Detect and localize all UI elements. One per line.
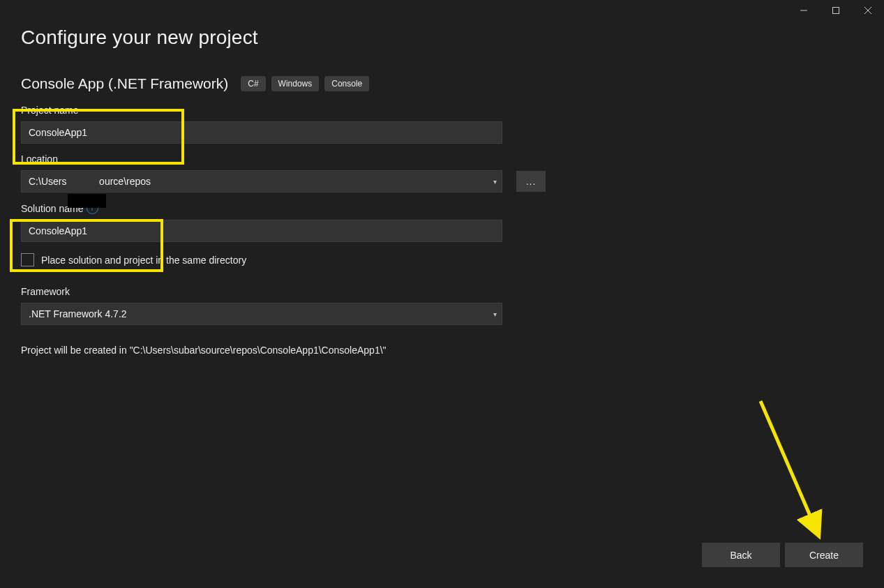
framework-input[interactable] [21, 303, 502, 325]
tag-windows: Windows [271, 76, 320, 91]
minimize-button[interactable] [788, 0, 820, 21]
minimize-icon [800, 7, 807, 14]
maximize-button[interactable] [820, 0, 852, 21]
page-title: Configure your new project [21, 27, 863, 49]
titlebar [0, 0, 884, 21]
location-combo[interactable]: ▾ [21, 170, 502, 193]
project-path-summary: Project will be created in "C:\Users\sub… [21, 345, 863, 356]
form-area: Project name Location [21, 105, 502, 165]
maximize-icon [832, 7, 839, 14]
footer-buttons: Back Create [702, 543, 863, 567]
new-project-dialog: Configure your new project Console App (… [0, 0, 884, 588]
framework-label: Framework [21, 286, 502, 297]
close-icon [864, 7, 871, 14]
back-button[interactable]: Back [702, 543, 780, 567]
annotation-arrow [754, 394, 830, 548]
framework-combo[interactable]: ▾ [21, 303, 502, 325]
close-button[interactable] [852, 0, 884, 21]
browse-button[interactable]: ... [516, 171, 546, 192]
same-directory-label: Place solution and project in the same d… [41, 255, 246, 266]
form-area-2: Solution name i Place solution and proje… [21, 202, 502, 325]
location-row: ▾ ... [21, 170, 548, 193]
redaction-box [68, 194, 106, 208]
location-label: Location [21, 153, 502, 165]
create-button[interactable]: Create [785, 543, 863, 567]
project-name-input[interactable] [21, 121, 502, 144]
tag-console: Console [324, 76, 369, 91]
svg-line-5 [761, 401, 816, 530]
svg-rect-1 [833, 8, 839, 14]
project-name-label: Project name [21, 105, 502, 116]
content-area: Configure your new project Console App (… [0, 21, 884, 377]
template-tags: C# Windows Console [241, 76, 369, 91]
location-input[interactable] [21, 170, 502, 193]
subtitle-row: Console App (.NET Framework) C# Windows … [21, 75, 863, 92]
tag-csharp: C# [241, 76, 265, 91]
template-subtitle: Console App (.NET Framework) [21, 75, 228, 92]
same-directory-checkbox[interactable] [21, 253, 34, 266]
same-directory-row: Place solution and project in the same d… [21, 253, 502, 266]
solution-name-input[interactable] [21, 220, 502, 242]
